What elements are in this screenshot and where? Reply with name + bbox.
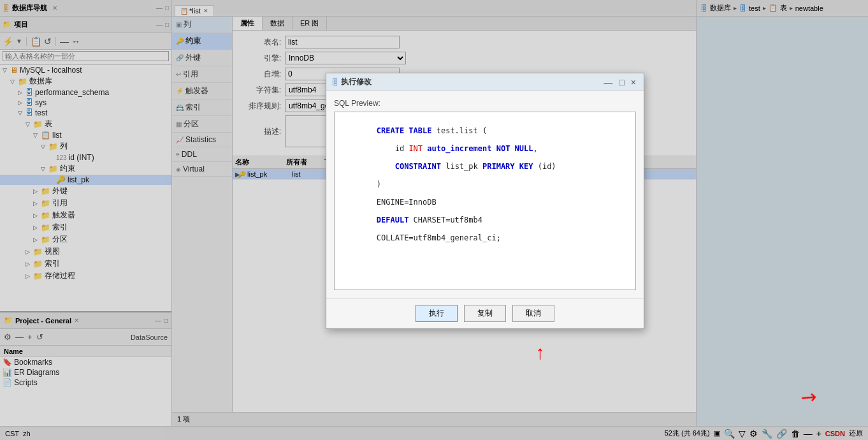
modal-title-text: 执行修改 [341,77,600,87]
execute-btn[interactable]: 执行 [416,305,458,322]
execute-modal: 🗄 执行修改 — □ × SQL Preview: CREATE TABLE t… [326,73,644,329]
modal-header: 🗄 执行修改 — □ × [326,73,644,91]
modal-db-icon: 🗄 [331,78,338,86]
modal-footer: 执行 复制 取消 [326,298,644,328]
modal-minimize-btn[interactable]: — [601,77,615,87]
sql-preview-content: CREATE TABLE test.list ( id INT auto_inc… [334,112,636,290]
modal-body: SQL Preview: CREATE TABLE test.list ( id… [326,91,644,298]
copy-btn[interactable]: 复制 [464,305,506,322]
modal-overlay: 🗄 执行修改 — □ × SQL Preview: CREATE TABLE t… [0,0,868,440]
sql-preview-label: SQL Preview: [334,99,636,108]
modal-restore-btn[interactable]: □ [616,77,626,87]
modal-close-btn[interactable]: × [628,77,639,87]
cancel-btn[interactable]: 取消 [512,305,554,322]
